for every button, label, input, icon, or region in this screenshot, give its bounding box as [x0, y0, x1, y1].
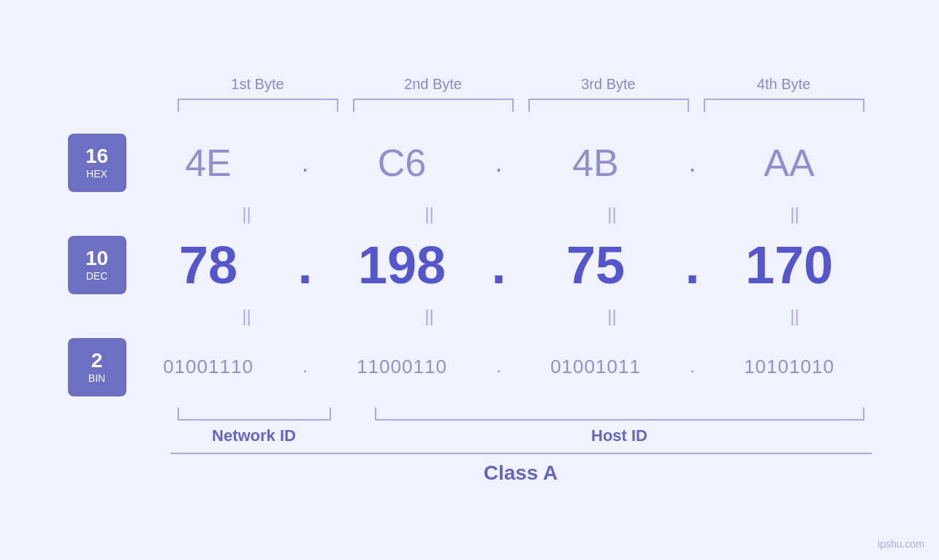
bin-badge-label: BIN — [88, 372, 105, 384]
bin-cell-4: 10101010 — [707, 356, 872, 378]
bin-data-cells: 01001110 . 11000110 . 01001011 . 1010101… — [126, 356, 872, 378]
hex-dot-3: . — [678, 147, 707, 178]
bin-value-1: 01001110 — [163, 356, 254, 377]
hex-value-4: AA — [764, 142, 814, 184]
dec-row: 10 DEC 78 . 198 . 75 . 170 — [68, 229, 872, 302]
equals-2-1: || — [170, 306, 324, 326]
bin-value-2: 11000110 — [357, 356, 447, 377]
byte-labels-row: 1st Byte 2nd Byte 3rd Byte 4th Byte — [68, 76, 872, 93]
top-bracket-4 — [704, 99, 864, 112]
hex-badge: 16 HEX — [68, 134, 126, 192]
hex-cell-3: 4B — [514, 141, 678, 185]
dec-dot-3: . — [678, 235, 707, 295]
watermark: ipshu.com — [878, 538, 924, 550]
equals-1-4: || — [718, 204, 872, 224]
dec-value-2: 198 — [358, 236, 446, 294]
dec-cell-3: 75 — [514, 235, 678, 295]
bin-value-3: 01001011 — [550, 356, 641, 377]
bin-dot-2: . — [484, 358, 514, 377]
hex-badge-number: 16 — [85, 145, 108, 168]
dec-value-4: 170 — [745, 236, 833, 294]
host-id-label: Host ID — [368, 426, 872, 445]
bin-dot-3: . — [678, 358, 707, 377]
hex-row: 16 HEX 4E . C6 . 4B . AA — [68, 126, 872, 199]
hex-cell-1: 4E — [126, 141, 291, 185]
class-bracket-line — [170, 453, 872, 454]
dec-dot-2: . — [484, 235, 514, 295]
hex-data-cells: 4E . C6 . 4B . AA — [126, 141, 872, 185]
dec-badge: 10 DEC — [68, 236, 126, 294]
hex-value-3: 4B — [572, 142, 619, 184]
equals-2-3: || — [536, 306, 689, 326]
bin-cell-1: 01001110 — [126, 356, 291, 378]
main-container: 1st Byte 2nd Byte 3rd Byte 4th Byte 16 H… — [68, 76, 872, 485]
equals-row-1: || || || || — [68, 199, 872, 229]
bin-row: 2 BIN 01001110 . 11000110 . 01001011 . 1… — [68, 331, 872, 404]
network-id-label: Network ID — [170, 426, 338, 445]
bottom-brackets-row — [170, 407, 872, 421]
top-bracket-3 — [528, 99, 689, 112]
dec-dot-1: . — [291, 235, 320, 295]
bin-cell-3: 01001011 — [514, 356, 678, 378]
network-bracket-container — [170, 407, 338, 421]
dec-cell-2: 198 — [320, 235, 484, 295]
dec-cell-1: 78 — [126, 235, 291, 295]
equals-1-3: || — [536, 204, 689, 224]
equals-1-1: || — [170, 204, 324, 224]
bin-badge: 2 BIN — [68, 338, 126, 396]
bin-value-4: 10101010 — [744, 356, 835, 377]
dec-badge-number: 10 — [85, 248, 108, 270]
dec-badge-label: DEC — [86, 270, 108, 282]
byte-label-3: 3rd Byte — [521, 76, 696, 93]
bin-dot-1: . — [291, 358, 320, 377]
host-bracket-container — [368, 407, 872, 421]
hex-dot-1: . — [291, 147, 320, 178]
hex-value-1: 4E — [185, 142, 232, 184]
hex-cell-2: C6 — [320, 141, 484, 185]
equals-2-4: || — [718, 306, 872, 326]
equals-row-2: || || || || — [68, 302, 872, 331]
hex-value-2: C6 — [378, 142, 426, 184]
bin-cell-2: 11000110 — [320, 356, 484, 378]
equals-2-2: || — [353, 306, 506, 326]
host-bracket — [375, 407, 864, 421]
bottom-area: Network ID Host ID — [68, 407, 872, 445]
byte-label-2: 2nd Byte — [346, 76, 521, 93]
hex-badge-label: HEX — [86, 168, 107, 180]
dec-value-3: 75 — [566, 236, 625, 294]
dec-value-1: 78 — [179, 236, 237, 294]
dec-cell-4: 170 — [707, 235, 872, 295]
top-brackets-row — [68, 99, 872, 112]
dec-data-cells: 78 . 198 . 75 . 170 — [126, 235, 872, 295]
byte-label-1: 1st Byte — [170, 76, 346, 93]
hex-dot-2: . — [484, 147, 514, 178]
class-label: Class A — [484, 461, 558, 485]
top-bracket-2 — [353, 99, 514, 112]
bin-badge-number: 2 — [91, 350, 103, 372]
class-row: Class A — [68, 453, 872, 485]
hex-cell-4: AA — [707, 141, 872, 185]
network-bracket — [178, 407, 331, 421]
byte-label-4: 4th Byte — [696, 76, 872, 93]
top-bracket-1 — [178, 99, 338, 112]
equals-1-2: || — [353, 204, 506, 224]
bracket-labels-row: Network ID Host ID — [170, 426, 872, 445]
